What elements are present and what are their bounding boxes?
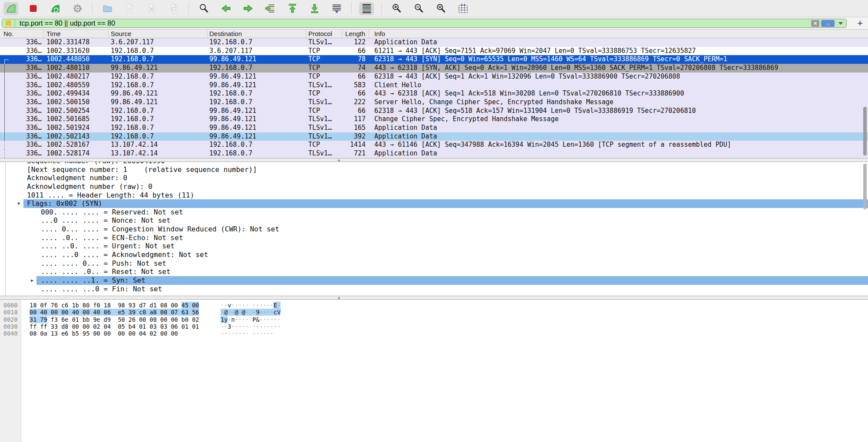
next-packet-button[interactable] — [241, 2, 255, 15]
detail-line[interactable]: Acknowledgment number: 0 — [0, 174, 868, 182]
detail-text: [Next sequence number: 1 (relative seque… — [27, 165, 257, 174]
column-header-destination[interactable]: Destination — [208, 30, 306, 38]
colorize-button[interactable] — [359, 2, 374, 15]
packet-row[interactable]: 336…1002.448050192.168.0.799.86.49.121TC… — [0, 55, 868, 64]
packet-cell-info: Application Data — [369, 38, 868, 47]
toolbar-separator — [351, 3, 352, 14]
open-file-button[interactable] — [100, 2, 115, 15]
detail-line[interactable]: Sequence number (raw): 2005041990 — [0, 162, 868, 165]
packet-row[interactable]: 336…1002.49943499.86.49.121192.168.0.7TC… — [0, 89, 868, 98]
detail-line[interactable]: .... .0.. .... = ECN-Echo: Not set — [0, 234, 868, 242]
start-capture-button[interactable] — [3, 2, 18, 15]
detail-text: 1011 .... = Header Length: 44 bytes (11) — [27, 191, 194, 199]
detail-line[interactable]: ...0 .... .... = Nonce: Not set — [0, 216, 868, 225]
first-packet-button[interactable] — [285, 2, 300, 15]
packet-cell-protocol: TLSv1… — [306, 124, 342, 132]
packet-row[interactable]: 336…1002.501924192.168.0.799.86.49.121TL… — [0, 124, 868, 132]
filter-apply-button[interactable]: → — [821, 20, 835, 27]
find-packet-button[interactable] — [196, 2, 211, 15]
column-header-info[interactable]: Info — [369, 30, 868, 38]
details-hex-splitter[interactable] — [0, 296, 868, 300]
packet-cell-length: 1414 — [342, 141, 369, 149]
column-header-length[interactable]: Length — [342, 30, 369, 38]
previous-packet-button[interactable] — [218, 2, 233, 15]
last-packet-button[interactable] — [307, 2, 322, 15]
hex-row[interactable]: 002031 79 f3 6e 01 bb 9e d9 50 26 00 00 … — [0, 316, 868, 323]
packet-row[interactable]: 336…1002.52816713.107.42.14192.168.0.7TC… — [0, 141, 868, 149]
column-header-source[interactable]: Source — [109, 30, 208, 38]
packet-row[interactable]: 336…1002.48011099.86.49.121192.168.0.7TC… — [0, 64, 868, 73]
detail-line[interactable]: [Next sequence number: 1 (relative seque… — [0, 165, 868, 174]
packet-cell-protocol: TLSv1… — [306, 81, 342, 90]
detail-line[interactable]: .... .... 0... = Push: Not set — [0, 259, 868, 268]
reload-file-icon — [168, 3, 179, 14]
detail-selection-bar — [23, 199, 868, 208]
packet-cell-time: 1002.502143 — [43, 132, 109, 141]
hex-bytes: 31 79 f3 6e 01 bb 9e d9 50 26 00 00 00 0… — [30, 316, 199, 323]
packet-row[interactable]: 336…1002.3314783.6.207.117192.168.0.7TLS… — [0, 38, 868, 47]
packet-row[interactable]: 336…1002.480217192.168.0.799.86.49.121TC… — [0, 73, 868, 81]
hex-row[interactable]: 004008 0a 13 e6 b5 95 00 00 00 00 04 02 … — [0, 330, 868, 337]
column-header-no[interactable]: No. — [0, 30, 43, 38]
detail-line[interactable]: .... 0... .... = Congestion Window Reduc… — [0, 225, 868, 234]
packet-row[interactable]: 336…1002.502143192.168.0.799.86.49.121TL… — [0, 132, 868, 141]
filter-add-button[interactable]: + — [857, 18, 863, 29]
filter-bookmark-icon[interactable] — [6, 20, 11, 27]
hex-row[interactable]: 001000 40 00 00 40 00 40 06 e5 39 c0 a8 … — [0, 309, 868, 316]
packet-row[interactable]: 336…1002.500254192.168.0.799.86.49.121TC… — [0, 107, 868, 115]
packet-cell-no: 336… — [0, 38, 43, 47]
packet-cell-time: 1002.448050 — [43, 55, 109, 64]
detail-line[interactable]: 000. .... .... = Reserved: Not set — [0, 208, 868, 217]
packet-cell-destination: 99.86.49.121 — [208, 107, 306, 115]
packet-cell-length: 222 — [342, 98, 369, 107]
auto-scroll-button[interactable] — [329, 2, 344, 15]
packet-cell-info: 443 → 62318 [ACK] Seq=1 Ack=518 Win=3020… — [369, 89, 868, 98]
next-packet-icon — [243, 3, 254, 14]
display-filter-text[interactable]: tcp.port == 80 || udp.port == 80 — [20, 19, 115, 27]
detail-line[interactable]: Acknowledgment number (raw): 0 — [0, 182, 868, 191]
packet-cell-source: 192.168.0.7 — [109, 73, 208, 81]
filter-clear-button[interactable]: × — [811, 20, 819, 27]
packet-cell-protocol: TCP — [306, 89, 342, 98]
filter-history-caret-icon[interactable] — [838, 22, 843, 25]
restart-capture-button[interactable] — [48, 2, 63, 15]
packet-row[interactable]: 336…1002.480559192.168.0.799.86.49.121TL… — [0, 81, 868, 90]
column-header-time[interactable]: Time — [43, 30, 109, 38]
expand-arrow-icon[interactable]: ▶ — [31, 276, 33, 285]
go-to-packet-button[interactable] — [263, 2, 277, 15]
hex-dump-body: 000018 0f 76 c6 1b 80 f0 18 98 93 d7 d1 … — [0, 300, 868, 442]
collapse-arrow-icon[interactable]: ▼ — [17, 199, 20, 208]
hex-row[interactable]: 000018 0f 76 c6 1b 80 f0 18 98 93 d7 d1 … — [0, 302, 868, 309]
detail-line[interactable]: .... .... .0.. = Reset: Not set — [0, 267, 868, 276]
packet-cell-length: 122 — [342, 38, 369, 47]
packet-cell-destination: 192.168.0.7 — [208, 149, 306, 158]
packet-row[interactable]: 336…1002.50015099.86.49.121192.168.0.7TL… — [0, 98, 868, 107]
zoom-in-button[interactable] — [389, 2, 404, 15]
hex-bytes: 08 0a 13 e6 b5 95 00 00 00 00 04 02 00 0… — [30, 330, 178, 337]
display-filter-input[interactable]: tcp.port == 80 || udp.port == 80 × → — [2, 19, 847, 28]
packet-list-details-splitter[interactable] — [0, 158, 868, 162]
packet-row[interactable]: 336…1002.331620192.168.0.73.6.207.117TCP… — [0, 47, 868, 56]
detail-line[interactable]: ▼Flags: 0x002 (SYN) — [0, 199, 868, 208]
packet-row[interactable]: 336…1002.52817413.107.42.14192.168.0.7TL… — [0, 149, 868, 158]
capture-options-button[interactable] — [70, 2, 85, 15]
zoom-100-button[interactable] — [433, 2, 448, 15]
colorize-icon — [361, 3, 372, 14]
detail-line[interactable]: .... ..0. .... = Urgent: Not set — [0, 242, 868, 251]
toolbar-separator — [92, 3, 92, 14]
detail-line[interactable]: ▶.... .... ..1. = Syn: Set — [0, 276, 868, 285]
detail-line[interactable]: .... .... ...0 = Fin: Not set — [0, 285, 868, 294]
detail-line[interactable]: 1011 .... = Header Length: 44 bytes (11) — [0, 191, 868, 200]
packet-list-scrollbar[interactable] — [863, 107, 867, 155]
packet-cell-info: 62318 → 443 [SYN] Seq=0 Win=65535 Len=0 … — [369, 55, 868, 64]
packet-row[interactable]: 336…1002.501685192.168.0.799.86.49.121TL… — [0, 115, 868, 124]
zoom-out-button[interactable] — [411, 2, 426, 15]
detail-line[interactable]: .... ...0 .... = Acknowledgment: Not set — [0, 251, 868, 259]
stop-capture-button[interactable] — [26, 2, 40, 15]
hex-ascii: 1y·n···· P&······ — [221, 316, 281, 323]
details-pane-edge — [5, 162, 6, 296]
resize-columns-button[interactable] — [455, 2, 470, 15]
details-scrollbar[interactable] — [863, 164, 867, 209]
column-header-protocol[interactable]: Protocol — [306, 30, 342, 38]
hex-row[interactable]: 0030ff ff 33 d8 00 00 02 04 05 b4 01 03 … — [0, 323, 868, 330]
